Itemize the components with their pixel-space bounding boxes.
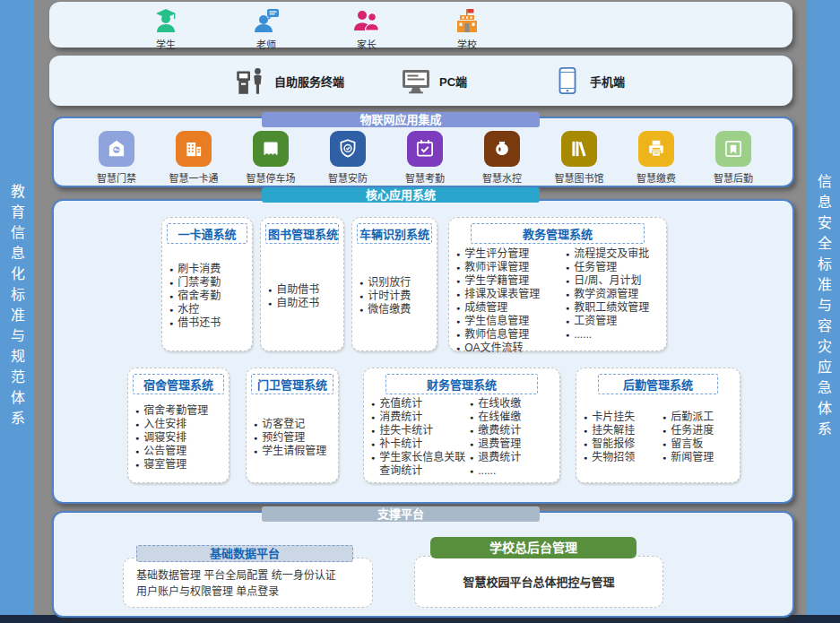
- list-item: ●挂失解挂: [584, 424, 661, 437]
- iot-box: 物联网应用集成 智慧门禁: [52, 117, 794, 187]
- bullet-icon: ●: [456, 288, 460, 301]
- list-item: ●教职工绩效管理: [566, 301, 664, 315]
- bullet-icon: ●: [456, 328, 460, 342]
- list-item-label: 学生信息管理: [464, 315, 564, 328]
- panel-dormitory-system: 宿舍管理系统 ●宿舍考勤管理●入住安排●调寝安排●公告管理●寝室管理: [127, 368, 229, 483]
- list-item: ●学生学籍管理: [456, 274, 564, 288]
- iot-item-one-card: 智慧一卡通: [161, 131, 226, 185]
- list-item-label: 借书还书: [178, 316, 221, 330]
- terminal-label: 手机端: [590, 73, 625, 90]
- list-item: ●学生请假管理: [254, 445, 326, 458]
- base-data-platform-box: 基础数据管理 平台全局配置 统一身份认证 用户账户与权限管理 单点登录: [123, 558, 373, 608]
- list-item: ●调寝安排: [135, 431, 208, 445]
- list-item-label: 教师信息管理: [464, 328, 564, 342]
- list-item-label: 识别放行: [368, 276, 411, 290]
- bullet-icon: ●: [135, 458, 139, 472]
- panel-title: 宿舍管理系统: [133, 374, 224, 394]
- core-band-title: 核心应用系统: [262, 187, 540, 203]
- list-item-label: 挂失卡统计: [379, 424, 468, 437]
- attendance-calendar-icon: [407, 131, 443, 167]
- list-item-label: 日/周、月计划: [574, 274, 664, 288]
- terminal-label: 自助服务终端: [274, 73, 344, 90]
- iot-item-security: 智慧安防: [316, 131, 380, 185]
- user-label: 学校: [457, 37, 477, 51]
- bullet-icon: ●: [169, 316, 173, 330]
- list-item-label: 学生评分管理: [464, 247, 564, 261]
- list-item-label: 门禁考勤: [178, 276, 221, 290]
- list-item: ●......: [470, 464, 554, 478]
- library-books-icon: [561, 131, 597, 167]
- panel-gatekeeper-system: 门卫管理系统 ●访客登记●预约管理●学生请假管理: [246, 368, 339, 483]
- list-item: ●充值统计: [371, 397, 468, 411]
- list-item-label: 挂失解挂: [592, 424, 661, 437]
- bullet-icon: ●: [662, 437, 666, 451]
- list-item: ●微信缴费: [359, 303, 411, 316]
- panel-finance-system: 财务管理系统 ●充值统计●消费统计●挂失卡统计●补卡统计●学生家长信息关联查询统…: [363, 368, 560, 483]
- bullet-icon: ●: [254, 445, 257, 458]
- list-item: ●预约管理: [254, 431, 326, 445]
- parking-icon: [253, 131, 289, 167]
- bullet-icon: ●: [470, 451, 473, 464]
- iot-label: 智慧后勤: [714, 170, 753, 185]
- list-item-label: 自助借书: [276, 283, 319, 297]
- iot-label: 智慧水控: [482, 170, 522, 185]
- bullet-icon: ●: [371, 451, 375, 478]
- bullet-icon: ●: [135, 418, 139, 431]
- list-item-label: 缴费统计: [478, 424, 554, 437]
- list-item-label: 留言板: [671, 437, 734, 451]
- support-platform-box: 支撑平台 基础数据平台 基础数据管理 平台全局配置 统一身份认证 用户账户与权限…: [52, 511, 794, 618]
- list-item-label: 教师评课管理: [464, 261, 564, 274]
- smart-campus-architecture-diagram: 教育信息化标准与规范体系 信息安全标准与容灾应急体系 学生: [0, 0, 840, 623]
- bullet-icon: ●: [254, 418, 257, 431]
- list-item-label: 学生请假管理: [262, 445, 326, 458]
- bullet-icon: ●: [584, 411, 587, 424]
- list-item-label: 充值统计: [379, 397, 468, 411]
- list-item: ●学生评分管理: [456, 247, 564, 261]
- bullet-icon: ●: [566, 274, 569, 288]
- list-item: ●计时计费: [359, 290, 411, 303]
- bullet-icon: ●: [135, 431, 139, 445]
- list-item-label: 教职工绩效管理: [574, 301, 664, 315]
- bullet-icon: ●: [359, 303, 363, 316]
- bullet-icon: ●: [470, 424, 473, 437]
- bullet-icon: ●: [566, 288, 569, 301]
- list-item-label: OA文件流转: [464, 342, 564, 355]
- list-item-label: 失物招领: [592, 451, 661, 464]
- school-icon: [453, 7, 481, 36]
- bullet-icon: ●: [268, 297, 272, 310]
- list-item-label: 流程提交及审批: [574, 247, 664, 261]
- list-item: ●退费管理: [470, 437, 554, 451]
- kiosk-icon: [233, 64, 267, 98]
- list-item: ●退费统计: [470, 451, 554, 464]
- bullet-icon: ●: [254, 431, 257, 445]
- panel-title: 门卫管理系统: [251, 374, 333, 394]
- list-item: ●留言板: [662, 437, 734, 451]
- payment-printer-icon: [638, 131, 674, 167]
- list-item: ●工资管理: [566, 315, 664, 328]
- iot-label: 智慧停车场: [247, 170, 296, 185]
- list-item-label: 后勤派工: [671, 411, 734, 424]
- panel-title: 教务管理系统: [471, 223, 645, 244]
- bullet-icon: ●: [169, 303, 173, 316]
- bullet-icon: ●: [371, 437, 375, 451]
- bullet-icon: ●: [584, 424, 587, 437]
- bullet-icon: ●: [566, 261, 569, 274]
- user-label: 家长: [357, 37, 377, 51]
- bullet-icon: ●: [566, 301, 569, 315]
- iot-item-access-control: 智慧门禁: [84, 131, 149, 185]
- list-item-label: ......: [478, 464, 554, 478]
- bullet-icon: ●: [566, 247, 569, 261]
- teacher-icon: [252, 7, 281, 36]
- list-item-label: 成绩管理: [464, 301, 564, 315]
- list-item-label: 公告管理: [143, 445, 208, 458]
- bullet-icon: ●: [371, 424, 375, 437]
- list-item: ●缴费统计: [470, 424, 554, 437]
- panel-title: 后勤管理系统: [598, 374, 718, 394]
- list-item: ●教师评课管理: [456, 261, 564, 274]
- school-backend-badge: 学校总后台管理: [430, 537, 636, 558]
- panel-title: 一卡通系统: [167, 223, 247, 244]
- bullet-icon: ●: [456, 342, 460, 355]
- list-item-label: 宿舍考勤管理: [143, 404, 208, 418]
- list-item-label: 新闻管理: [671, 451, 734, 464]
- bullet-icon: ●: [662, 451, 666, 464]
